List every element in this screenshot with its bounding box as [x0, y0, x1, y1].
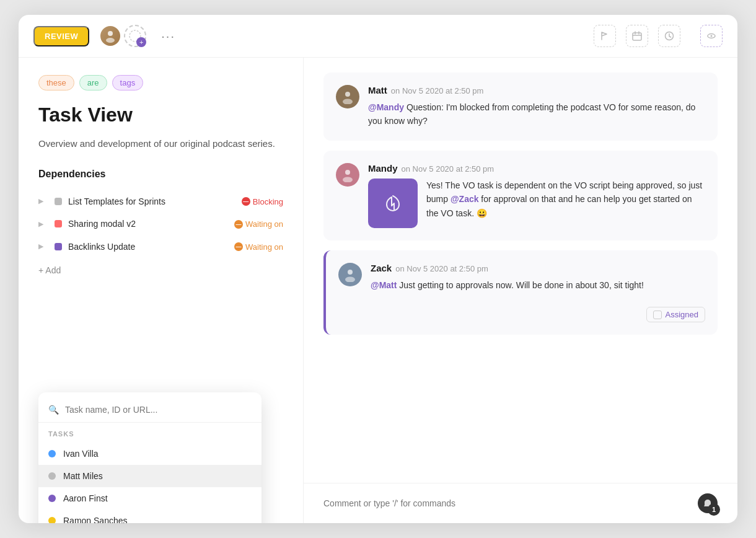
dep-dot-0	[55, 198, 62, 205]
comment-meta-zack: Zack on Nov 5 2020 at 2:50 pm	[371, 263, 705, 273]
commenter-name-mandy: Mandy	[368, 163, 398, 174]
comment-text-content-zack: Just getting to approvals now. Will be d…	[399, 280, 644, 290]
dep-name-0: List Templates for Sprints	[68, 196, 235, 206]
tag-these[interactable]: these	[38, 75, 74, 90]
avatar-matt	[336, 85, 359, 108]
dropdown-item-name-1: Matt Miles	[63, 471, 103, 481]
chevron-icon-1: ▶	[38, 220, 48, 228]
attachment-thumbnail	[368, 179, 418, 228]
svg-point-0	[108, 31, 113, 36]
dependency-item-2[interactable]: ▶ Backlinks Update — Waiting on	[38, 235, 283, 258]
comment-time-matt: on Nov 5 2020 at 2:50 pm	[391, 86, 484, 95]
commenter-name-matt: Matt	[368, 85, 387, 95]
dot-blue-0	[48, 450, 56, 457]
assigned-badge[interactable]: Assigned	[646, 307, 705, 322]
avatar-main	[99, 25, 121, 47]
dependencies-section-title: Dependencies	[38, 169, 283, 180]
calendar-button[interactable]	[626, 25, 648, 47]
avatar-group: +	[99, 25, 146, 47]
header-icons	[594, 25, 723, 47]
comment-meta-matt: Matt on Nov 5 2020 at 2:50 pm	[368, 85, 705, 95]
svg-point-12	[345, 276, 355, 282]
svg-rect-3	[633, 33, 641, 40]
eye-button[interactable]	[700, 25, 723, 47]
dropdown-search-area: 🔍	[38, 400, 262, 423]
comment-body-zack: Zack on Nov 5 2020 at 2:50 pm @Matt Just…	[371, 263, 705, 322]
dropdown-item-3[interactable]: Ramon Sanches	[38, 509, 262, 523]
tag-tags[interactable]: tags	[112, 75, 144, 90]
comment-text-zack: @Matt Just getting to approvals now. Wil…	[371, 278, 705, 292]
comment-time-mandy: on Nov 5 2020 at 2:50 pm	[402, 164, 494, 174]
mention-mandy: @Mandy	[368, 102, 404, 112]
comment-attachment-mandy: Yes! The VO task is dependent on the VO …	[368, 179, 705, 228]
clock-button[interactable]	[658, 25, 680, 47]
avatar-zack	[338, 263, 362, 286]
svg-point-9	[345, 170, 350, 175]
comment-body-mandy: Mandy on Nov 5 2020 at 2:50 pm Yes! The …	[368, 163, 705, 228]
plus-icon: +	[136, 37, 146, 47]
add-member-button[interactable]: +	[124, 25, 146, 47]
flag-button[interactable]	[594, 25, 616, 47]
svg-point-1	[106, 38, 115, 43]
more-options-button[interactable]: ···	[161, 29, 175, 43]
dot-purple-2	[48, 495, 56, 502]
dropdown-item-0[interactable]: Ivan Villa	[38, 443, 262, 465]
dep-badge-0: — Blocking	[242, 196, 283, 206]
mention-matt: @Matt	[371, 280, 397, 290]
comment-body-matt: Matt on Nov 5 2020 at 2:50 pm @Mandy Que…	[368, 85, 705, 128]
dropdown-item-name-0: Ivan Villa	[63, 449, 99, 459]
review-badge[interactable]: REVIEW	[33, 26, 89, 46]
add-dependency-button[interactable]: + Add	[38, 265, 61, 275]
comment-card-mandy: Mandy on Nov 5 2020 at 2:50 pm Yes! The …	[323, 151, 718, 240]
svg-point-10	[343, 177, 353, 182]
assigned-checkbox[interactable]	[653, 311, 662, 319]
task-search-input[interactable]	[65, 405, 252, 415]
assigned-label: Assigned	[666, 310, 698, 319]
chevron-icon-0: ▶	[38, 197, 48, 205]
comment-text-mandy: Yes! The VO task is dependent on the VO …	[426, 179, 705, 220]
comment-card-matt: Matt on Nov 5 2020 at 2:50 pm @Mandy Que…	[323, 73, 718, 141]
svg-point-6	[711, 35, 713, 37]
dep-dot-1	[55, 220, 62, 227]
dep-badge-1: — Waiting on	[234, 219, 283, 229]
commenter-name-zack: Zack	[371, 263, 392, 273]
tag-are[interactable]: are	[79, 75, 107, 90]
task-search-dropdown: 🔍 TASKS Ivan Villa Matt Miles Aaron Fins…	[38, 392, 262, 523]
left-panel: these are tags Task View Overview and de…	[19, 58, 304, 523]
comment-text-matt: @Mandy Question: I'm blocked from comple…	[368, 100, 705, 128]
comment-input-area: 1	[304, 483, 737, 523]
header: REVIEW + ···	[19, 15, 737, 58]
dropdown-item-name-3: Ramon Sanches	[63, 516, 128, 523]
comment-card-zack: Zack on Nov 5 2020 at 2:50 pm @Matt Just…	[323, 250, 718, 335]
dropdown-item-2[interactable]: Aaron Finst	[38, 487, 262, 509]
dropdown-section-label: TASKS	[38, 428, 262, 443]
chevron-icon-2: ▶	[38, 242, 48, 250]
comment-meta-mandy: Mandy on Nov 5 2020 at 2:50 pm	[368, 163, 705, 174]
dep-name-1: Sharing modal v2	[68, 219, 228, 229]
comment-time-zack: on Nov 5 2020 at 2:50 pm	[395, 264, 488, 273]
dependency-item-1[interactable]: ▶ Sharing modal v2 — Waiting on	[38, 213, 283, 236]
svg-point-8	[343, 99, 353, 105]
task-title: Task View	[38, 103, 283, 126]
right-panel: Matt on Nov 5 2020 at 2:50 pm @Mandy Que…	[304, 58, 737, 523]
comments-area: Matt on Nov 5 2020 at 2:50 pm @Mandy Que…	[304, 58, 737, 483]
svg-point-11	[348, 270, 353, 275]
comment-text-content-matt: Question: I'm blocked from completing th…	[368, 102, 695, 126]
tags-row: these are tags	[38, 75, 283, 90]
notification-wrapper: 1	[698, 493, 718, 513]
main-layout: these are tags Task View Overview and de…	[19, 58, 737, 523]
dep-name-2: Backlinks Update	[68, 242, 228, 252]
avatar-mandy	[336, 163, 359, 187]
dep-dot-2	[55, 243, 62, 250]
dropdown-item-1[interactable]: Matt Miles	[38, 465, 262, 487]
svg-point-7	[345, 92, 350, 97]
task-description: Overview and development of our original…	[38, 136, 283, 151]
comment-input[interactable]	[323, 498, 690, 508]
dep-badge-2: — Waiting on	[234, 241, 283, 252]
dependency-item-0[interactable]: ▶ List Templates for Sprints — Blocking	[38, 190, 283, 213]
search-icon: 🔍	[48, 405, 59, 415]
mention-zack: @Zack	[451, 194, 479, 204]
dropdown-item-name-2: Aaron Finst	[63, 493, 108, 503]
dot-yellow-3	[48, 517, 56, 523]
assigned-area: Assigned	[371, 299, 705, 322]
